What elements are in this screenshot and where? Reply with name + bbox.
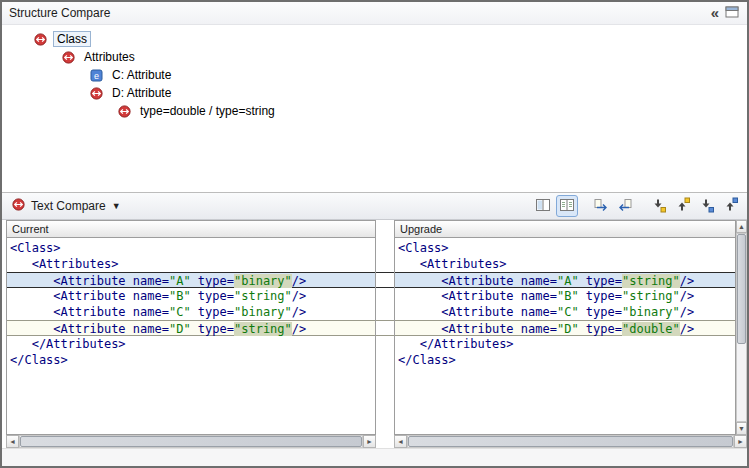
svg-text:e: e: [94, 70, 99, 80]
tree-item-label: D: Attribute: [109, 86, 174, 100]
text-compare-title: Text Compare: [31, 199, 106, 213]
left-pane-header: Current: [6, 220, 376, 238]
maximize-button[interactable]: [725, 6, 739, 21]
xml-string: "D": [169, 322, 191, 336]
xml-markup: type=: [191, 305, 234, 319]
collapse-all-icon[interactable]: «: [711, 6, 719, 20]
tree-item[interactable]: Attributes: [2, 48, 747, 66]
tree-item[interactable]: D: Attribute: [2, 84, 747, 102]
copy-left-to-right-button[interactable]: [590, 195, 612, 217]
xml-markup: type=: [191, 322, 234, 336]
diff-highlight: "binary": [234, 274, 292, 288]
diff-highlight: "string": [234, 322, 292, 336]
change-icon: [12, 198, 25, 214]
xml-string: "D": [557, 322, 579, 336]
bottom-strip: [2, 448, 747, 467]
right-code-pane[interactable]: <Class> <Attributes> <Attribute name="A"…: [394, 238, 736, 435]
vertical-scrollbar: ▲ ▼: [736, 220, 747, 435]
diff-code-line[interactable]: <Attribute name="D" type="double"/>: [395, 320, 735, 336]
xml-markup: <Attribute name=: [398, 305, 557, 319]
xml-markup: <Attributes>: [398, 257, 506, 271]
left-horizontal-scrollbar: ◄ ►: [6, 435, 376, 448]
code-line[interactable]: <Attributes>: [395, 256, 735, 272]
diff-connector-gutter: [376, 238, 394, 435]
code-line[interactable]: </Class>: [395, 352, 735, 368]
change-icon: [62, 51, 77, 64]
tree-item-label: type=double / type=string: [137, 104, 278, 118]
xml-string: "A": [557, 274, 579, 288]
two-panes-icon: [535, 197, 551, 216]
xml-markup: <Attribute name=: [10, 289, 169, 303]
xml-markup: />: [292, 289, 306, 303]
scroll-down-icon[interactable]: ▼: [736, 422, 747, 435]
previous-difference-button[interactable]: [672, 195, 694, 217]
xml-markup: />: [292, 274, 306, 288]
xml-markup: />: [680, 289, 694, 303]
tree-item-label: Attributes: [81, 50, 138, 64]
vertical-scrollbar-thumb[interactable]: [737, 234, 746, 344]
scroll-right-icon[interactable]: ►: [363, 435, 376, 448]
xml-string: "B": [557, 289, 579, 303]
copy-right-to-left-button[interactable]: [614, 195, 636, 217]
next-difference-button[interactable]: [648, 195, 670, 217]
diff-code-line[interactable]: <Attribute name="A" type="binary"/>: [7, 272, 375, 288]
code-line[interactable]: <Attribute name="B" type="string"/>: [7, 288, 375, 304]
xml-markup: </Class>: [398, 353, 456, 367]
scroll-right-icon[interactable]: ►: [734, 435, 747, 448]
two-way-layout-button[interactable]: [532, 195, 554, 217]
code-line[interactable]: </Attributes>: [7, 336, 375, 352]
code-line[interactable]: <Class>: [7, 240, 375, 256]
element-icon: e: [90, 69, 105, 82]
right-horizontal-scrollbar-thumb[interactable]: [408, 436, 733, 447]
code-line[interactable]: </Attributes>: [395, 336, 735, 352]
scroll-left-icon[interactable]: ◄: [6, 435, 19, 448]
tree-item[interactable]: Class: [2, 30, 747, 48]
up-arrow-yellow-icon: [675, 197, 691, 216]
code-line[interactable]: <Attribute name="C" type="binary"/>: [395, 304, 735, 320]
scroll-up-icon[interactable]: ▲: [736, 220, 747, 233]
code-line[interactable]: <Attribute name="C" type="binary"/>: [7, 304, 375, 320]
xml-string: "binary": [622, 305, 680, 319]
xml-markup: </Class>: [10, 353, 68, 367]
xml-markup: <Attribute name=: [10, 274, 169, 288]
right-horizontal-scrollbar: ◄ ►: [394, 435, 747, 448]
xml-string: "A": [169, 274, 191, 288]
xml-markup: <Attribute name=: [10, 322, 169, 336]
diff-highlight: "double": [622, 322, 680, 336]
down-arrow-yellow-icon: [651, 197, 667, 216]
xml-markup: <Attribute name=: [398, 289, 557, 303]
xml-markup: />: [680, 274, 694, 288]
text-compare-menu-button[interactable]: Text Compare ▼: [6, 197, 127, 215]
xml-markup: <Class>: [398, 241, 449, 255]
code-line[interactable]: <Attributes>: [7, 256, 375, 272]
synchronized-panes-icon: [559, 197, 575, 216]
xml-markup: <Attribute name=: [398, 274, 557, 288]
code-line[interactable]: </Class>: [7, 352, 375, 368]
text-compare-toolbar: [531, 195, 743, 217]
xml-markup: type=: [191, 289, 234, 303]
code-line[interactable]: <Attribute name="B" type="string"/>: [395, 288, 735, 304]
xml-markup: />: [292, 322, 306, 336]
xml-string: "B": [169, 289, 191, 303]
diff-highlight: "string": [622, 274, 680, 288]
maximize-icon: [725, 6, 739, 21]
previous-change-button[interactable]: [720, 195, 742, 217]
left-code-pane[interactable]: <Class> <Attributes> <Attribute name="A"…: [6, 238, 376, 435]
xml-string: "C": [169, 305, 191, 319]
diff-code-line[interactable]: <Attribute name="D" type="string"/>: [7, 320, 375, 336]
tree-item[interactable]: type=double / type=string: [2, 102, 747, 120]
xml-markup: <Attribute name=: [398, 322, 557, 336]
change-icon: [118, 105, 133, 118]
copy-left-arrow-icon: [617, 197, 633, 216]
structure-compare-title: Structure Compare: [2, 6, 110, 20]
chevron-down-icon: ▼: [112, 201, 121, 211]
tree-item[interactable]: eC: Attribute: [2, 66, 747, 84]
diff-code-line[interactable]: <Attribute name="A" type="string"/>: [395, 272, 735, 288]
left-horizontal-scrollbar-thumb[interactable]: [20, 436, 362, 447]
next-change-button[interactable]: [696, 195, 718, 217]
xml-markup: type=: [579, 289, 622, 303]
scroll-left-icon[interactable]: ◄: [394, 435, 407, 448]
xml-string: "string": [234, 289, 292, 303]
code-line[interactable]: <Class>: [395, 240, 735, 256]
synchronize-scrolling-button[interactable]: [556, 195, 578, 217]
